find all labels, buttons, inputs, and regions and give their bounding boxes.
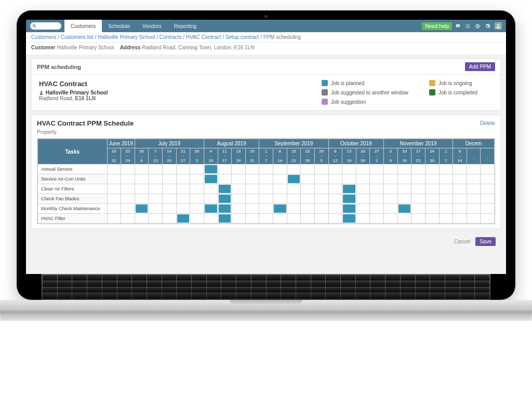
schedule-cell[interactable] bbox=[467, 214, 481, 224]
schedule-cell[interactable] bbox=[356, 174, 370, 184]
schedule-cell[interactable] bbox=[397, 184, 411, 194]
schedule-cell[interactable] bbox=[176, 214, 190, 224]
schedule-cell[interactable] bbox=[481, 204, 495, 214]
schedule-cell[interactable] bbox=[273, 184, 287, 194]
nav-tab-vendors[interactable]: Vendors bbox=[136, 20, 168, 32]
schedule-cell[interactable] bbox=[232, 204, 246, 214]
schedule-cell[interactable] bbox=[259, 184, 273, 194]
schedule-cell[interactable] bbox=[107, 194, 121, 204]
schedule-cell[interactable] bbox=[342, 194, 356, 204]
schedule-cell[interactable] bbox=[370, 174, 384, 184]
schedule-cell[interactable] bbox=[328, 164, 342, 174]
schedule-cell[interactable] bbox=[163, 164, 177, 174]
schedule-cell[interactable] bbox=[232, 184, 246, 194]
schedule-cell[interactable] bbox=[163, 214, 177, 224]
schedule-cell[interactable] bbox=[287, 174, 301, 184]
schedule-cell[interactable] bbox=[384, 204, 398, 214]
schedule-cell[interactable] bbox=[245, 184, 259, 194]
schedule-cell[interactable] bbox=[135, 174, 149, 184]
schedule-cell[interactable] bbox=[218, 204, 232, 214]
schedule-cell[interactable] bbox=[301, 214, 315, 224]
schedule-cell[interactable] bbox=[397, 194, 411, 204]
schedule-cell[interactable] bbox=[245, 174, 259, 184]
schedule-cell[interactable] bbox=[425, 184, 439, 194]
schedule-cell[interactable] bbox=[204, 184, 218, 194]
schedule-cell[interactable] bbox=[384, 164, 398, 174]
schedule-cell[interactable] bbox=[397, 214, 411, 224]
schedule-cell[interactable] bbox=[190, 204, 204, 214]
globe-icon[interactable] bbox=[475, 23, 481, 29]
schedule-cell[interactable] bbox=[356, 204, 370, 214]
schedule-cell[interactable] bbox=[370, 214, 384, 224]
schedule-cell[interactable] bbox=[439, 204, 453, 214]
schedule-cell[interactable] bbox=[384, 184, 398, 194]
schedule-cell[interactable] bbox=[287, 164, 301, 174]
schedule-cell[interactable] bbox=[273, 174, 287, 184]
schedule-cell[interactable] bbox=[121, 174, 135, 184]
schedule-cell[interactable] bbox=[287, 194, 301, 204]
schedule-cell[interactable] bbox=[314, 204, 328, 214]
schedule-cell[interactable] bbox=[301, 164, 315, 174]
schedule-cell[interactable] bbox=[425, 214, 439, 224]
schedule-cell[interactable] bbox=[287, 204, 301, 214]
schedule-cell[interactable] bbox=[121, 214, 135, 224]
cancel-button[interactable]: Cancel bbox=[454, 239, 470, 244]
breadcrumb-link[interactable]: Contracts bbox=[159, 34, 182, 40]
schedule-cell[interactable] bbox=[342, 184, 356, 194]
save-button[interactable]: Save bbox=[475, 237, 496, 246]
schedule-cell[interactable] bbox=[397, 164, 411, 174]
schedule-cell[interactable] bbox=[467, 164, 481, 174]
schedule-cell[interactable] bbox=[384, 174, 398, 184]
schedule-cell[interactable] bbox=[342, 214, 356, 224]
schedule-cell[interactable] bbox=[287, 184, 301, 194]
schedule-cell[interactable] bbox=[149, 204, 163, 214]
schedule-cell[interactable] bbox=[259, 174, 273, 184]
schedule-cell[interactable] bbox=[467, 174, 481, 184]
schedule-cell[interactable] bbox=[163, 184, 177, 194]
schedule-cell[interactable] bbox=[259, 164, 273, 174]
schedule-cell[interactable] bbox=[481, 214, 495, 224]
schedule-cell[interactable] bbox=[273, 164, 287, 174]
schedule-cell[interactable] bbox=[204, 204, 218, 214]
schedule-cell[interactable] bbox=[149, 194, 163, 204]
schedule-cell[interactable] bbox=[204, 194, 218, 204]
schedule-cell[interactable] bbox=[190, 174, 204, 184]
schedule-cell[interactable] bbox=[135, 194, 149, 204]
schedule-cell[interactable] bbox=[467, 194, 481, 204]
schedule-cell[interactable] bbox=[453, 204, 467, 214]
breadcrumb-link[interactable]: Hallsville Primary School bbox=[98, 34, 155, 40]
schedule-cell[interactable] bbox=[190, 214, 204, 224]
schedule-cell[interactable] bbox=[370, 164, 384, 174]
schedule-cell[interactable] bbox=[135, 214, 149, 224]
schedule-cell[interactable] bbox=[328, 204, 342, 214]
schedule-cell[interactable] bbox=[204, 214, 218, 224]
schedule-cell[interactable] bbox=[425, 164, 439, 174]
schedule-cell[interactable] bbox=[107, 204, 121, 214]
schedule-cell[interactable] bbox=[245, 204, 259, 214]
schedule-cell[interactable] bbox=[370, 194, 384, 204]
schedule-cell[interactable] bbox=[163, 194, 177, 204]
schedule-cell[interactable] bbox=[163, 204, 177, 214]
schedule-cell[interactable] bbox=[453, 164, 467, 174]
list-icon[interactable] bbox=[465, 23, 471, 29]
nav-tab-reporting[interactable]: Reporting bbox=[168, 20, 203, 32]
schedule-cell[interactable] bbox=[439, 184, 453, 194]
breadcrumb-link[interactable]: Setup contract bbox=[225, 34, 259, 40]
schedule-cell[interactable] bbox=[149, 184, 163, 194]
schedule-cell[interactable] bbox=[273, 204, 287, 214]
schedule-cell[interactable] bbox=[314, 184, 328, 194]
need-help-button[interactable]: Need help bbox=[422, 22, 452, 30]
schedule-cell[interactable] bbox=[328, 214, 342, 224]
schedule-cell[interactable] bbox=[218, 214, 232, 224]
schedule-cell[interactable] bbox=[481, 194, 495, 204]
schedule-cell[interactable] bbox=[218, 194, 232, 204]
schedule-cell[interactable] bbox=[218, 174, 232, 184]
schedule-cell[interactable] bbox=[384, 214, 398, 224]
schedule-cell[interactable] bbox=[301, 184, 315, 194]
schedule-cell[interactable] bbox=[163, 174, 177, 184]
schedule-cell[interactable] bbox=[301, 174, 315, 184]
schedule-cell[interactable] bbox=[411, 184, 425, 194]
schedule-cell[interactable] bbox=[273, 194, 287, 204]
schedule-cell[interactable] bbox=[135, 164, 149, 174]
schedule-cell[interactable] bbox=[149, 214, 163, 224]
